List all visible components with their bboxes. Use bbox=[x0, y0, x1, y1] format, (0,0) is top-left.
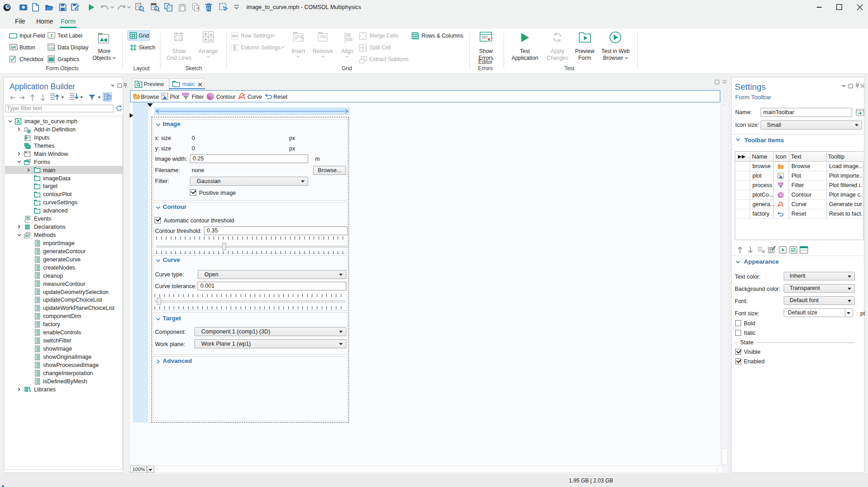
svg-text:1.23: 1.23 bbox=[175, 37, 182, 40]
svg-text:1.23: 1.23 bbox=[48, 47, 54, 50]
svg-text:OK: OK bbox=[11, 45, 16, 49]
svg-text:A: A bbox=[16, 119, 19, 124]
svg-text:T: T bbox=[50, 33, 53, 38]
